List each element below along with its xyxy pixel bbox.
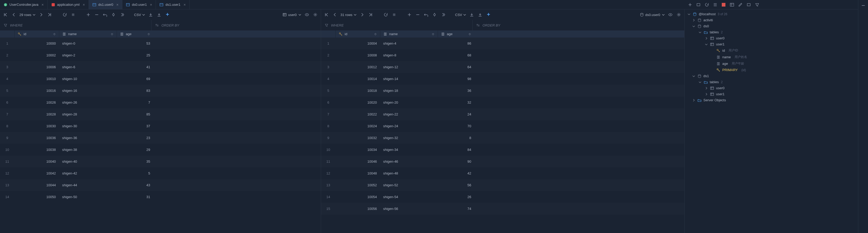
table-row[interactable]: 12 10048 shigen-48 42 (321, 167, 684, 179)
cell-age[interactable]: 8 (438, 136, 474, 140)
cell-name[interactable]: shigen-22 (380, 112, 438, 116)
cell-name[interactable]: shigen-32 (380, 136, 438, 140)
cell-name[interactable]: shigen-54 (380, 195, 438, 199)
cell-id[interactable]: 10048 (336, 171, 380, 175)
table-row[interactable]: 3 10006 shigen-6 41 (0, 61, 321, 73)
cell-id[interactable]: 10046 (336, 159, 380, 164)
cell-age[interactable]: 23 (117, 136, 153, 140)
commit-button[interactable] (111, 12, 116, 18)
ai-button[interactable] (164, 12, 170, 18)
add-datasource-button[interactable] (687, 2, 693, 8)
cell-id[interactable]: 10024 (336, 124, 380, 128)
table-row[interactable]: 8 10024 shigen-24 70 (321, 120, 684, 132)
cell-age[interactable]: 25 (117, 53, 153, 57)
diagram-button[interactable] (712, 2, 718, 8)
table-row[interactable]: 12 10042 shigen-42 5 (0, 167, 321, 179)
where-filter-input[interactable]: WHERE (0, 20, 151, 30)
where-filter-input[interactable]: WHERE (321, 20, 472, 30)
cell-name[interactable]: shigen-52 (380, 183, 438, 187)
cell-id[interactable]: 10034 (336, 148, 380, 152)
cell-name[interactable]: shigen-6 (59, 65, 117, 69)
tree-node[interactable]: user0 (685, 35, 858, 41)
cell-age[interactable]: 64 (438, 65, 474, 69)
table-row[interactable]: 10 10034 shigen-34 84 (321, 144, 684, 155)
tree-node[interactable]: age用户年龄 (685, 60, 858, 67)
stop-button[interactable] (391, 12, 397, 18)
column-header-age[interactable]: age≑ (117, 30, 153, 37)
cell-id[interactable]: 10054 (336, 195, 380, 199)
cell-name[interactable]: shigen-18 (380, 89, 438, 93)
table-row[interactable]: 13 10052 shigen-52 56 (321, 179, 684, 191)
close-icon[interactable]: × (83, 3, 85, 7)
import-button[interactable] (156, 12, 162, 18)
cell-id[interactable]: 10008 (336, 53, 380, 57)
cell-id[interactable]: 10014 (336, 77, 380, 81)
tree-node[interactable]: activiti (685, 17, 858, 23)
more-actions-button[interactable] (440, 12, 446, 18)
cell-name[interactable]: shigen-4 (380, 41, 438, 46)
table-row[interactable]: 4 10010 shigen-10 69 (0, 73, 321, 85)
cell-age[interactable]: 69 (117, 77, 153, 81)
cell-age[interactable]: 42 (438, 171, 474, 175)
first-page-button[interactable] (3, 12, 8, 18)
cell-name[interactable]: shigen-0 (59, 41, 117, 46)
cell-name[interactable]: shigen-56 (380, 207, 438, 211)
cell-age[interactable]: 31 (117, 195, 153, 199)
table-row[interactable]: 2 10002 shigen-2 25 (0, 49, 321, 61)
prev-page-button[interactable] (11, 12, 17, 18)
orderby-filter-input[interactable]: ORDER BY (151, 20, 321, 30)
column-header-age[interactable]: age≑ (438, 30, 474, 37)
cell-id[interactable]: 10006 (14, 65, 59, 69)
cell-age[interactable]: 36 (438, 89, 474, 93)
table-row[interactable]: 13 10044 shigen-44 43 (0, 179, 321, 191)
export-format-dropdown[interactable]: CSV (455, 13, 466, 17)
cell-age[interactable]: 68 (438, 53, 474, 57)
filter-button[interactable] (754, 2, 760, 8)
table-row[interactable]: 11 10046 shigen-46 90 (321, 155, 684, 167)
tree-node[interactable]: user0 (685, 85, 858, 91)
column-header-name[interactable]: name≑ (380, 30, 438, 37)
cell-age[interactable]: 84 (438, 148, 474, 152)
cell-name[interactable]: shigen-40 (59, 159, 117, 164)
table-row[interactable]: 14 10050 shigen-50 31 (0, 191, 321, 203)
cell-age[interactable]: 37 (117, 124, 153, 128)
cell-id[interactable]: 10052 (336, 183, 380, 187)
table-row[interactable]: 15 10056 shigen-56 74 (321, 203, 684, 215)
delete-row-button[interactable] (415, 12, 421, 18)
cell-age[interactable]: 83 (117, 89, 153, 93)
cell-age[interactable]: 56 (438, 183, 474, 187)
cell-name[interactable]: shigen-42 (59, 171, 117, 175)
cell-age[interactable]: 29 (117, 148, 153, 152)
tree-node[interactable]: Server Objects (685, 97, 858, 103)
export-button[interactable] (148, 12, 154, 18)
editor-tab[interactable]: ds1.user0× (89, 0, 122, 9)
cell-id[interactable]: 10038 (14, 148, 59, 152)
edit-button[interactable] (738, 2, 743, 8)
prev-page-button[interactable] (332, 12, 338, 18)
next-page-button[interactable] (359, 12, 365, 18)
cell-name[interactable]: shigen-28 (59, 112, 117, 116)
cell-id[interactable]: 10044 (14, 183, 59, 187)
cell-name[interactable]: shigen-46 (380, 159, 438, 164)
cell-age[interactable]: 85 (117, 112, 153, 116)
cell-name[interactable]: shigen-50 (59, 195, 117, 199)
table-row[interactable]: 14 10054 shigen-54 26 (321, 191, 684, 203)
cell-id[interactable]: 10010 (14, 77, 59, 81)
stop-button[interactable] (721, 2, 726, 8)
table-row[interactable]: 1 10000 shigen-0 53 (0, 37, 321, 49)
reload-button[interactable] (383, 12, 389, 18)
cell-age[interactable]: 53 (117, 41, 153, 46)
commit-button[interactable] (432, 12, 437, 18)
tree-node[interactable]: user1 (685, 41, 858, 47)
orderby-filter-input[interactable]: ORDER BY (472, 20, 684, 30)
cell-name[interactable]: shigen-2 (59, 53, 117, 57)
table-row[interactable]: 2 10008 shigen-8 68 (321, 49, 684, 61)
column-header-name[interactable]: name≑ (59, 30, 117, 37)
tree-node[interactable]: ds0 (685, 23, 858, 29)
cell-name[interactable]: shigen-44 (59, 183, 117, 187)
cell-age[interactable]: 74 (438, 207, 474, 211)
cell-age[interactable]: 5 (117, 171, 153, 175)
cell-name[interactable]: shigen-12 (380, 65, 438, 69)
first-page-button[interactable] (324, 12, 330, 18)
cell-id[interactable]: 10050 (14, 195, 59, 199)
